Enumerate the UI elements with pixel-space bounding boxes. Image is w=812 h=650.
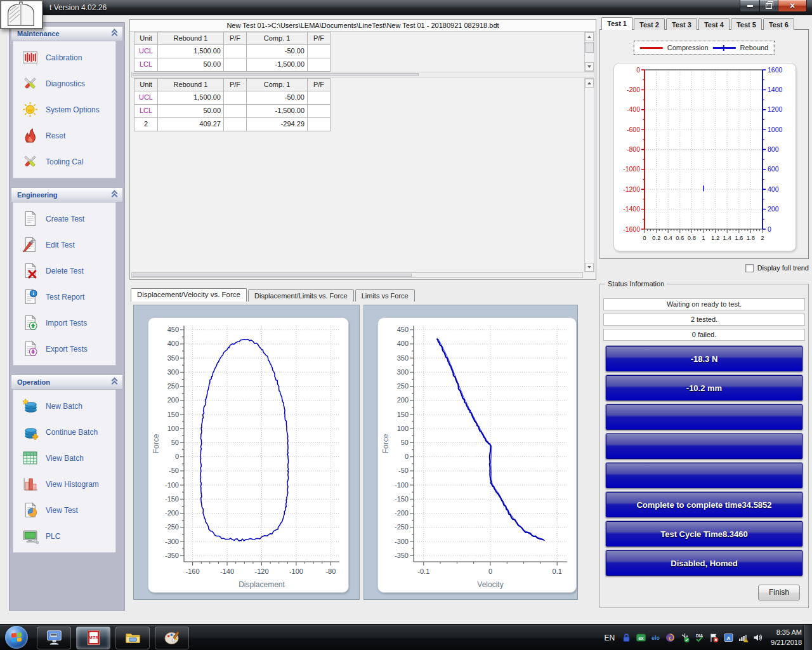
sidebar-item-view-batch[interactable]: View Batch <box>13 445 115 471</box>
table-cell: 1,500.00 <box>158 91 224 105</box>
limits-table-hscrollbar[interactable] <box>131 72 594 77</box>
dia-icon[interactable]: DIA <box>694 632 705 643</box>
sidebar-item-edit-test[interactable]: Edit Test <box>13 232 115 258</box>
mts-icon: MTS <box>84 628 103 648</box>
scrollbar-thumb[interactable] <box>133 274 412 277</box>
svg-text:-100: -100 <box>395 481 409 489</box>
table-cell: 50.00 <box>158 58 224 72</box>
display-full-trend-checkbox[interactable] <box>745 264 754 272</box>
scroll-up-icon[interactable] <box>585 32 594 41</box>
svg-text:-150: -150 <box>395 495 409 503</box>
sidebar-item-system-options[interactable]: System Options <box>13 96 115 123</box>
tab-test-5[interactable]: Test 5 <box>731 18 762 30</box>
start-button[interactable] <box>5 626 28 649</box>
tab-test-6[interactable]: Test 6 <box>763 18 794 30</box>
table-cell: -1,500.00 <box>247 58 308 72</box>
velocity-force-chart: -350-300-250-200-150-100-500501001502002… <box>377 317 577 593</box>
compression-legend-line <box>640 47 663 49</box>
svg-text:-0.1: -0.1 <box>417 567 429 575</box>
table-cell: -294.29 <box>247 118 308 131</box>
results-table-hscrollbar[interactable] <box>131 272 583 278</box>
svg-text:50: 50 <box>171 439 179 446</box>
tab-test-4[interactable]: Test 4 <box>698 18 730 30</box>
taskbar-app-mts[interactable]: MTS <box>76 627 110 649</box>
svg-text:400: 400 <box>397 340 409 347</box>
table-cell: 2 <box>134 118 158 131</box>
sidebar-item-delete-test[interactable]: Delete Test <box>13 258 115 284</box>
sidebar-item-import-tests[interactable]: Import Tests <box>13 310 115 336</box>
usb-icon[interactable] <box>679 632 690 643</box>
sidebar-item-tooling-cal[interactable]: Tooling Cal <box>13 149 115 175</box>
sidebar-item-view-histogram[interactable]: View Histogram <box>13 471 115 497</box>
column-header: Unit <box>134 78 158 91</box>
table-row: UCL1,500.00-50.00 <box>134 45 331 58</box>
language-indicator[interactable]: EN <box>604 633 615 642</box>
sidebar-item-create-test[interactable]: Create Test <box>13 206 115 232</box>
scroll-down-icon[interactable] <box>585 263 594 272</box>
scrollbar-thumb[interactable] <box>585 42 594 53</box>
svg-text:ex: ex <box>639 636 644 640</box>
show-desktop-button[interactable] <box>804 625 812 650</box>
graph-tab-displacement-limits-vs-force[interactable]: Displacement/Limits vs. Force <box>248 289 354 302</box>
limits-table-scrollbar[interactable] <box>584 32 594 72</box>
sidebar-header-engineering[interactable]: Engineering <box>11 187 123 202</box>
table-cell: LCL <box>134 58 158 72</box>
taskbar-app-remote-desktop[interactable] <box>37 627 71 649</box>
table-cell: -50.00 <box>247 91 308 105</box>
sidebar-item-reset[interactable]: Reset <box>13 123 115 149</box>
network-icon[interactable]: ! <box>738 632 749 643</box>
scroll-up-icon[interactable] <box>585 79 594 88</box>
explorer-icon <box>124 628 142 648</box>
restore-button[interactable] <box>760 0 778 12</box>
sidebar-item-label: View Histogram <box>46 480 99 489</box>
table-header-row: UnitRebound 1P/FComp. 1P/F <box>134 32 331 45</box>
sidebar-item-diagnostics[interactable]: Diagnostics <box>13 70 115 96</box>
sidebar-item-view-test[interactable]: View Test <box>13 497 115 523</box>
sidebar-item-test-report[interactable]: iTest Report <box>13 284 115 310</box>
sidebar-item-plc[interactable]: PLC <box>13 523 115 549</box>
svg-text:-200: -200 <box>395 509 409 517</box>
volume-icon[interactable] <box>752 632 763 643</box>
table-cell <box>308 118 331 131</box>
taskbar-app-paint[interactable] <box>155 627 189 649</box>
sidebar-header-operation[interactable]: Operation <box>11 375 123 390</box>
scrollbar-thumb[interactable] <box>133 73 419 76</box>
svg-text:1400: 1400 <box>768 86 783 93</box>
svg-text:-50: -50 <box>169 467 179 474</box>
flag-icon[interactable] <box>709 632 719 643</box>
remote-desktop-icon <box>45 628 63 648</box>
tab-test-3[interactable]: Test 3 <box>666 18 697 30</box>
tab-test-2[interactable]: Test 2 <box>634 18 665 30</box>
ex-icon[interactable]: ex <box>636 632 646 643</box>
table-cell <box>224 58 247 72</box>
minimize-button[interactable] <box>740 0 760 12</box>
ime-icon[interactable]: A <box>723 632 734 643</box>
sidebar-item-calibration[interactable]: Calibration <box>13 44 115 70</box>
finish-button[interactable]: Finish <box>758 585 800 600</box>
swirl-icon[interactable] <box>665 632 676 643</box>
elo-icon[interactable]: elo <box>650 632 661 643</box>
table-cell <box>224 105 247 118</box>
lock-icon[interactable] <box>621 632 632 643</box>
graph-tab-limits-vs-force[interactable]: Limits vs Force <box>355 289 415 302</box>
tab-test-1[interactable]: Test 1 <box>601 17 632 30</box>
close-button[interactable]: × <box>778 0 807 12</box>
results-file-header: New Test 01->C:\Users\LEMA\Documents\Lin… <box>130 20 596 32</box>
clock[interactable]: 8:35 AM 9/21/2018 <box>771 628 802 647</box>
graph-tab-displacement-velocity-vs-force[interactable]: Displacement/Velocity vs. Force <box>131 288 247 302</box>
sidebar: MaintenanceCalibrationDiagnosticsSystem … <box>9 22 125 611</box>
svg-text:-300: -300 <box>165 538 179 545</box>
status-readout: -18.3 N <box>605 345 803 372</box>
results-table-scrollbar[interactable] <box>584 78 594 272</box>
scroll-down-icon[interactable] <box>585 62 594 71</box>
svg-text:1: 1 <box>702 234 705 241</box>
taskbar-app-explorer[interactable] <box>115 627 150 649</box>
sidebar-item-new-batch[interactable]: New Batch <box>13 393 115 419</box>
sidebar-item-continue-batch[interactable]: Continue Batch <box>13 419 115 445</box>
sidebar-item-export-tests[interactable]: Export Tests <box>13 336 115 362</box>
svg-text:-350: -350 <box>395 552 409 559</box>
status-readout: Disabled, Homed <box>605 550 803 576</box>
svg-text:-1400: -1400 <box>623 205 640 213</box>
status-group-label: Status Information <box>605 280 667 288</box>
display-full-trend-row: Display full trend <box>599 262 809 274</box>
